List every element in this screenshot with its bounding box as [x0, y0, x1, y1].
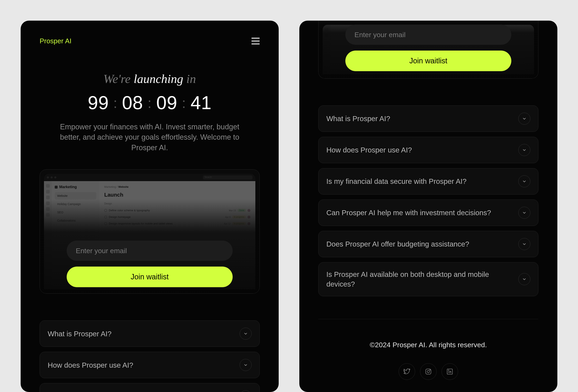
faq-question: Is Prosper AI available on both desktop … — [326, 269, 496, 289]
faq-list: What is Prosper AI? How does Prosper use… — [318, 105, 538, 296]
faq-item[interactable]: Is Prosper AI available on both desktop … — [318, 262, 538, 296]
chevron-down-icon[interactable] — [518, 144, 530, 156]
chevron-down-icon[interactable] — [240, 390, 252, 392]
chevron-down-icon[interactable] — [518, 113, 530, 125]
chevron-down-icon[interactable] — [518, 207, 530, 219]
social-links — [318, 363, 538, 380]
header: Prosper AI — [40, 37, 260, 45]
countdown-minutes: 09 — [156, 92, 177, 113]
countdown-hours: 08 — [122, 92, 143, 113]
mock-search: Search — [203, 175, 252, 179]
svg-point-1 — [427, 370, 429, 373]
faq-item[interactable]: Is my financial data secure with Prosper… — [40, 383, 260, 392]
chevron-down-icon[interactable] — [518, 273, 530, 285]
svg-point-2 — [430, 370, 430, 370]
brand-logo[interactable]: Prosper AI — [40, 37, 71, 45]
faq-question: How does Prosper use AI? — [48, 360, 133, 370]
signup-overlay: Join waitlist — [319, 21, 538, 78]
faq-question: Can Prosper AI help me with investment d… — [326, 208, 491, 218]
faq-item[interactable]: Is my financial data secure with Prosper… — [318, 168, 538, 195]
headline: We're launching in — [40, 72, 260, 86]
email-input[interactable] — [345, 25, 511, 45]
email-input[interactable] — [67, 241, 233, 261]
mock-sidebar-item: Website — [55, 192, 96, 200]
instagram-icon[interactable] — [420, 363, 436, 380]
signup-overlay: Join waitlist — [40, 199, 259, 293]
mock-breadcrumb: Marketing / Website — [104, 185, 250, 188]
faq-item[interactable]: How does Prosper use AI? — [318, 137, 538, 163]
faq-item[interactable]: Can Prosper AI help me with investment d… — [318, 200, 538, 226]
faq-question: What is Prosper AI? — [48, 329, 111, 339]
join-waitlist-button[interactable]: Join waitlist — [345, 50, 511, 71]
tagline: Empower your finances with AI. Invest sm… — [55, 122, 245, 153]
faq-question: Is my financial data secure with Prosper… — [326, 176, 467, 186]
twitter-icon[interactable] — [399, 363, 415, 380]
countdown-days: 99 — [88, 92, 109, 113]
headline-pre: We're — [103, 72, 131, 86]
copyright-text: ©2024 Prosper AI. All rights reserved. — [318, 341, 538, 349]
faq-item[interactable]: How does Prosper use AI? — [40, 352, 260, 378]
countdown-seconds: 41 — [191, 92, 212, 113]
faq-item[interactable]: What is Prosper AI? — [40, 320, 260, 347]
faq-list: What is Prosper AI? How does Prosper use… — [40, 320, 260, 392]
signup-card: Search Marketing Website Holiday Campaig… — [40, 169, 260, 294]
svg-point-5 — [448, 370, 449, 370]
mock-main-title: Launch — [104, 192, 250, 198]
signup-card: Join waitlist — [318, 21, 538, 79]
device-left: Prosper AI We're launching in 99 : 08 : … — [21, 21, 279, 392]
join-waitlist-button[interactable]: Join waitlist — [67, 266, 233, 287]
faq-item[interactable]: What is Prosper AI? — [318, 105, 538, 132]
chevron-down-icon[interactable] — [518, 175, 530, 187]
device-right: Join waitlist What is Prosper AI? How do… — [299, 21, 557, 392]
hamburger-menu-icon[interactable] — [251, 38, 260, 44]
countdown-timer: 99 : 08 : 09 : 41 — [40, 92, 260, 113]
linkedin-icon[interactable] — [441, 363, 458, 380]
faq-item[interactable]: Does Prosper AI offer budgeting assistan… — [318, 231, 538, 257]
chevron-down-icon[interactable] — [518, 238, 530, 250]
chevron-down-icon[interactable] — [240, 359, 252, 371]
mock-sidebar-title: Marketing — [55, 185, 96, 189]
divider — [318, 319, 538, 319]
faq-question: What is Prosper AI? — [326, 114, 390, 123]
headline-emph: launching — [134, 72, 183, 86]
chevron-down-icon[interactable] — [240, 328, 252, 340]
faq-question: How does Prosper use AI? — [326, 145, 412, 155]
faq-question: Does Prosper AI offer budgeting assistan… — [326, 239, 469, 249]
headline-post: in — [186, 72, 196, 86]
